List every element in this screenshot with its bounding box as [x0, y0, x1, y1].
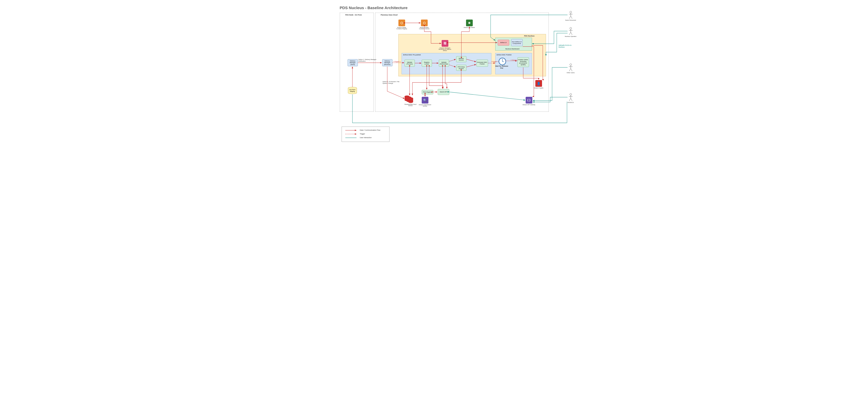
- glacier-label: Amazon S3 Glacier: [462, 27, 477, 28]
- registry-loader: Registry Loader: [422, 60, 432, 67]
- svg-line-8: [569, 32, 571, 35]
- archive-cylinder-3: [408, 97, 413, 103]
- mwaa-label: Amazon Managed Workflows for Apache Airf…: [438, 47, 453, 51]
- validate-referential: Validate (Referential): [439, 60, 449, 67]
- svg-point-15: [570, 93, 572, 95]
- svg-line-9: [571, 32, 572, 35]
- validate-product: Validate (Product): [405, 60, 415, 67]
- dag-prepublish-label: Airflow DAG: Pre-publish: [403, 54, 421, 56]
- ecs-icon: ⬡: [421, 20, 428, 26]
- option1-label: Option 1: Delivery Manager Notification: [359, 59, 379, 62]
- trigger3-label: <<trigger>>: [510, 59, 518, 61]
- node-personnel-actor: [568, 11, 574, 19]
- opensearch-label: Amazon OpenSearch Service: [417, 104, 433, 107]
- node-personnel-label: Node Personnel: [563, 19, 578, 21]
- airflow-ui-node: Airflow UI: [498, 40, 509, 45]
- nssdca-actor: [568, 93, 574, 101]
- apigw-icon: { }: [526, 97, 532, 103]
- mwaa-icon: ⛓: [442, 40, 448, 47]
- svg-line-14: [571, 68, 572, 71]
- nucleus-operator-label: Nucleus Operator: [563, 36, 578, 37]
- cognito-label: Amazon Cognito: [531, 87, 546, 89]
- legend-box: [342, 127, 390, 142]
- trigger2-label: <<trigger>>: [491, 61, 499, 62]
- trigger1-label: <<trigger>>: [393, 61, 401, 62]
- non-airflow-ui-node: Non-Airflow UI Components: [511, 39, 523, 46]
- search-api: Search API: [438, 89, 449, 95]
- dashboard-label: Nucleus Dashboard: [505, 48, 520, 50]
- nucleus-operator-actor: [568, 27, 574, 35]
- uploads-dags-label: Uploads DAGs to Nucleus: [559, 44, 576, 48]
- dag-publish-label: Airflow DAG: Publish: [497, 54, 512, 56]
- archive-label: PlanetaryData Cloud Archive: [403, 104, 418, 106]
- svg-line-19: [571, 98, 572, 101]
- svg-line-3: [569, 16, 571, 19]
- svg-point-10: [570, 64, 572, 66]
- other-users-actor: [568, 63, 574, 71]
- svg-point-5: [570, 27, 572, 29]
- pds-registry: PDS Registry: [422, 90, 433, 94]
- ecr-label: Amazon Elastic Container Registry: [394, 27, 409, 29]
- ecr-icon: ⬡: [398, 20, 405, 26]
- ecs-label: Amazon Elastic Container Service: [417, 27, 432, 29]
- legend-dataflow: Data / Communication Flow: [360, 129, 380, 131]
- nssdca-label: NSSDCA: [563, 102, 578, 103]
- legend-user: User Interaction: [360, 137, 372, 138]
- option2-label: Option 2: S3 Bucket / File System Change: [382, 81, 403, 84]
- legend-trigger: Trigger: [360, 133, 365, 135]
- svg-line-4: [571, 16, 572, 19]
- backup-service: Backup Service: [456, 56, 466, 62]
- cognito-icon: 👤: [535, 80, 542, 87]
- cloud-label: Planetary Data Cloud: [381, 14, 398, 16]
- on-prem-label: PDS Node - On Prem: [345, 14, 362, 16]
- pds-nucleus-label: PDS Nucleus: [524, 35, 535, 37]
- delivery-manager-receive: Delivery Manager (Receive): [382, 59, 393, 66]
- svg-line-18: [569, 98, 571, 101]
- on-prem-staging: On-Prem Staging: [348, 87, 357, 94]
- pds-deep-archive: PDS Deep Archive: [456, 65, 466, 71]
- apigw-label: Amazon API Gateway: [522, 104, 536, 105]
- svg-point-0: [570, 11, 572, 13]
- delivery-manager-send: Delivery Manager (Send): [348, 59, 358, 66]
- wait-release-label: Wait for Release Day: [494, 65, 509, 69]
- opensearch-icon: 🔍: [422, 97, 428, 103]
- page-title: PDS Nucleus - Baseline Architecture: [340, 6, 408, 10]
- publish-online: Publish Online (including provenance upd…: [518, 57, 529, 67]
- svg-line-13: [569, 68, 571, 71]
- glacier-icon: ❄: [466, 20, 473, 26]
- diagram-canvas: PDS Nucleus - Baseline Architecture PDS …: [289, 0, 579, 149]
- schedule-dag-publish: Schedule DAG: Publish: [476, 60, 488, 67]
- other-users-label: Other Users: [563, 72, 578, 73]
- clock-icon: [499, 58, 506, 65]
